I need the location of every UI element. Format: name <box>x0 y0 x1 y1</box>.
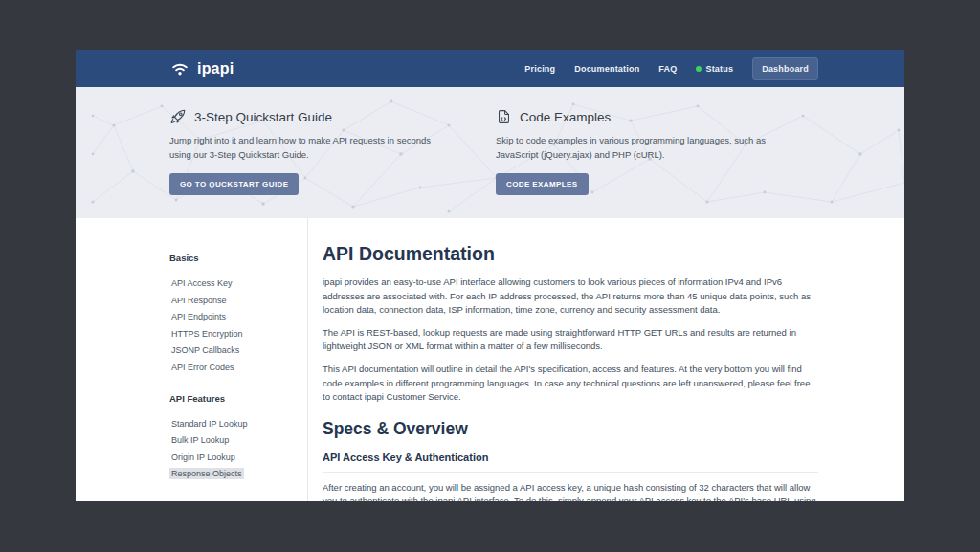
sidebar-item-origin-ip-lookup[interactable]: Origin IP Lookup <box>169 450 307 467</box>
browser-page: ipapi Pricing Documentation FAQ Status D… <box>76 50 904 501</box>
nav-link-label: Status <box>705 64 733 74</box>
intro-paragraph-2: The API is REST-based, lookup requests a… <box>323 326 818 354</box>
section-divider <box>323 472 818 473</box>
sidebar-item-label: Standard IP Lookup <box>169 418 249 430</box>
docs-main: API Documentation ipapi provides an easy… <box>308 218 818 501</box>
code-examples-description: Skip to code examples in various program… <box>496 134 775 162</box>
navbar: ipapi Pricing Documentation FAQ Status D… <box>76 50 904 87</box>
sidebar-item-bulk-ip-lookup[interactable]: Bulk IP Lookup <box>169 432 307 450</box>
intro-paragraph-1: ipapi provides an easy-to-use API interf… <box>323 276 818 318</box>
nav-link-label: Dashboard <box>762 64 809 74</box>
nav-link-status[interactable]: Status <box>696 64 733 74</box>
sidebar-heading-options: Options <box>169 499 307 501</box>
sidebar-item-jsonp-callbacks[interactable]: JSONP Callbacks <box>169 342 307 360</box>
sidebar-item-https-encryption[interactable]: HTTPS Encryption <box>169 326 307 343</box>
brand-name: ipapi <box>197 60 234 77</box>
quickstart-title: 3-Step Quickstart Guide <box>194 110 332 124</box>
sidebar-item-label: JSONP Callbacks <box>169 344 241 356</box>
code-examples-title: Code Examples <box>520 110 611 124</box>
code-examples-button[interactable]: CODE EXAMPLES <box>496 173 589 195</box>
quickstart-button[interactable]: GO TO QUCKSTART GUIDE <box>169 173 299 195</box>
wifi-logo-icon <box>169 59 190 77</box>
sidebar-item-label: API Response <box>169 295 229 306</box>
quickstart-card: 3-Step Quickstart Guide Jump right into … <box>169 108 496 195</box>
sidebar-item-api-response[interactable]: API Response <box>169 293 307 310</box>
sidebar-item-api-error-codes[interactable]: API Error Codes <box>169 360 307 377</box>
hero-section: 3-Step Quickstart Guide Jump right into … <box>76 87 904 218</box>
auth-paragraph: After creating an account, you will be a… <box>323 481 818 501</box>
status-dot-icon <box>696 66 702 72</box>
nav-link-label: Pricing <box>524 64 555 74</box>
sidebar-heading-api-features: API Features <box>169 393 307 404</box>
nav-link-label: FAQ <box>658 64 677 74</box>
intro-paragraph-3: This API documentation will outline in d… <box>323 363 818 405</box>
sidebar-item-api-endpoints[interactable]: API Endpoints <box>169 309 307 326</box>
docs-sidebar: Basics API Access Key API Response API E… <box>169 218 308 501</box>
rocket-icon <box>169 108 187 125</box>
sidebar-item-label: Bulk IP Lookup <box>169 434 231 446</box>
nav-link-dashboard[interactable]: Dashboard <box>752 57 818 80</box>
auth-text-before: After creating an account, you will be a… <box>323 482 816 501</box>
nav-link-documentation[interactable]: Documentation <box>574 64 639 74</box>
sidebar-item-response-objects[interactable]: Response Objects <box>169 466 307 483</box>
quickstart-description: Jump right into it and learn how to make… <box>169 134 449 162</box>
code-examples-card: Code Examples Skip to code examples in v… <box>496 108 818 195</box>
sidebar-item-api-access-key[interactable]: API Access Key <box>169 276 307 293</box>
content-area: Basics API Access Key API Response API E… <box>76 218 904 501</box>
sidebar-item-label: Origin IP Lookup <box>169 452 237 463</box>
sidebar-heading-basics: Basics <box>169 253 307 263</box>
sidebar-item-label: API Access Key <box>169 277 234 289</box>
code-file-icon <box>496 108 512 125</box>
sidebar-item-standard-ip-lookup[interactable]: Standard IP Lookup <box>169 416 307 433</box>
nav-link-faq[interactable]: FAQ <box>658 64 677 74</box>
subsection-title-api-access-key: API Access Key & Authentication <box>323 452 818 463</box>
sidebar-item-label: API Error Codes <box>169 362 236 373</box>
brand-logo[interactable]: ipapi <box>169 59 234 77</box>
nav-link-label: Documentation <box>574 64 639 74</box>
sidebar-item-label: API Endpoints <box>169 311 228 322</box>
sidebar-item-label: Response Objects <box>169 468 244 479</box>
sidebar-item-label: HTTPS Encryption <box>169 328 245 340</box>
page-title: API Documentation <box>323 243 818 265</box>
nav-link-pricing[interactable]: Pricing <box>524 64 555 74</box>
section-title-specs-overview: Specs & Overview <box>323 419 818 439</box>
nav-links: Pricing Documentation FAQ Status Dashboa… <box>524 57 818 80</box>
